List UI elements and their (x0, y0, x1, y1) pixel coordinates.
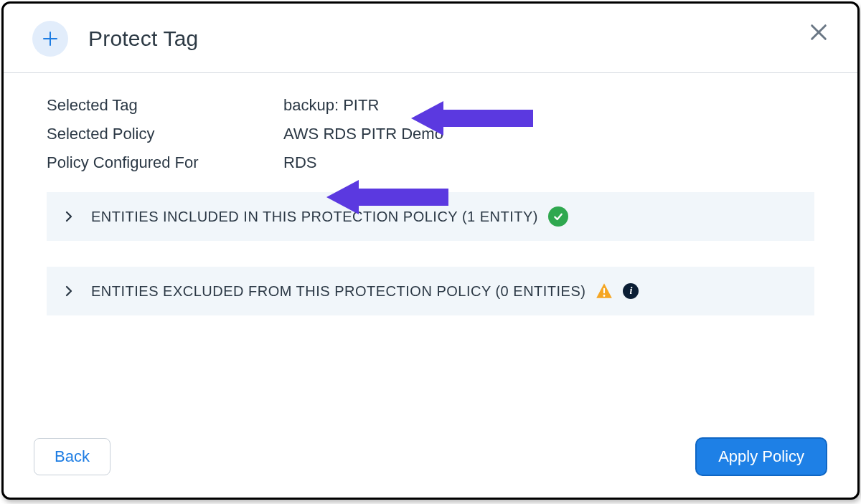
entities-included-label: ENTITIES INCLUDED IN THIS PROTECTION POL… (91, 209, 538, 225)
chevron-right-icon (62, 285, 75, 298)
selected-policy-label: Selected Policy (47, 125, 283, 143)
entities-excluded-label: ENTITIES EXCLUDED FROM THIS PROTECTION P… (91, 283, 585, 300)
selected-tag-label: Selected Tag (47, 96, 283, 115)
selected-tag-value: backup: PITR (283, 96, 379, 115)
entities-included-panel[interactable]: ENTITIES INCLUDED IN THIS PROTECTION POL… (47, 192, 814, 241)
policy-configured-row: Policy Configured For RDS (47, 153, 814, 172)
selected-policy-value: AWS RDS PITR Demo (283, 125, 443, 143)
plus-icon (32, 21, 68, 57)
svg-rect-4 (603, 288, 605, 294)
back-button[interactable]: Back (34, 438, 110, 475)
selected-policy-row: Selected Policy AWS RDS PITR Demo (47, 125, 814, 143)
entities-excluded-panel[interactable]: ENTITIES EXCLUDED FROM THIS PROTECTION P… (47, 267, 814, 315)
svg-point-5 (603, 295, 606, 297)
dialog-body: Selected Tag backup: PITR Selected Polic… (4, 73, 857, 315)
info-icon[interactable]: i (623, 283, 639, 299)
dialog-footer: Back Apply Policy (4, 420, 857, 498)
warning-icon (594, 281, 614, 301)
dialog-header: Protect Tag (4, 4, 857, 73)
policy-configured-label: Policy Configured For (47, 153, 283, 172)
chevron-right-icon (62, 210, 75, 223)
status-success-icon (548, 206, 568, 227)
close-button[interactable] (809, 22, 829, 42)
dialog-frame: Protect Tag Selected Tag backup: PITR Se… (1, 1, 860, 500)
selected-tag-row: Selected Tag backup: PITR (47, 96, 814, 115)
apply-policy-button[interactable]: Apply Policy (695, 437, 827, 476)
dialog-title: Protect Tag (88, 27, 198, 51)
policy-configured-value: RDS (283, 153, 316, 172)
